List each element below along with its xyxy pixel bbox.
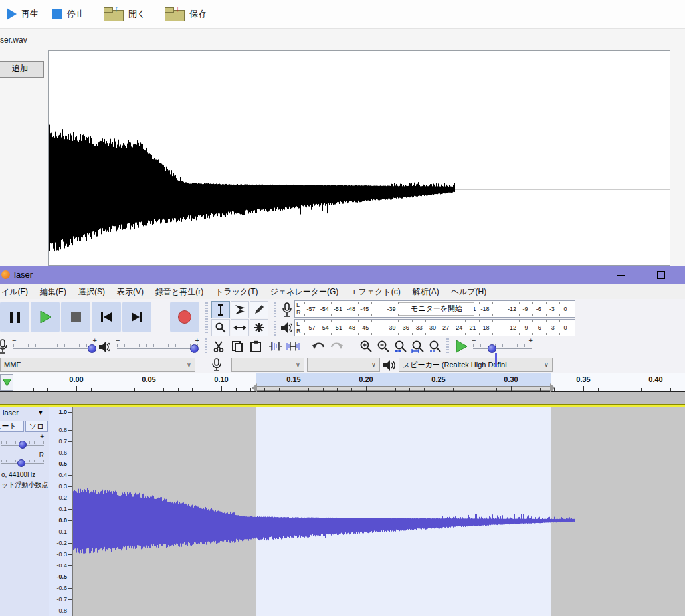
recording-channels-combo[interactable] [307,358,380,372]
zoom-in-button[interactable] [357,338,375,355]
meter-grip[interactable] [274,321,276,336]
timeline-time-label: 0.20 [359,375,373,383]
timeline-options-button[interactable] [0,374,13,391]
menu-item[interactable]: 編集(E) [34,284,72,299]
zoom-tool[interactable] [211,319,230,336]
menu-item[interactable]: イル(F) [0,284,34,299]
pan-slider[interactable]: R [0,453,47,468]
playback-speed-slider[interactable]: −+ [473,338,532,354]
timeline-tick [453,388,454,391]
draw-tool[interactable] [250,301,268,318]
open-button[interactable]: ↑ 開く [97,2,152,26]
ibeam-icon [217,304,225,316]
maximize-button[interactable] [646,266,676,284]
vruler-label: 0.5 [58,461,67,467]
timeline-tick [192,388,193,391]
edit-toolbar-grip[interactable] [205,338,207,354]
vruler-label: 0.4 [58,472,67,478]
record-button[interactable] [170,302,199,332]
menu-item[interactable]: ヘルプ(H) [445,284,493,299]
menu-item[interactable]: 録音と再生(r) [149,284,209,299]
timeline-time-label: 0.00 [69,375,83,383]
copy-button[interactable] [229,338,246,355]
play-at-speed-button[interactable] [452,338,470,355]
waveform-panel[interactable] [48,50,670,266]
zoom-toggle-button[interactable] [427,338,444,355]
menu-item[interactable]: トラック(T) [209,284,264,299]
play-button[interactable]: 再生 [0,2,45,26]
recording-volume-slider[interactable]: −+ [13,338,96,354]
vruler-label: 0.8 [58,427,67,433]
slider-thumb[interactable] [88,344,96,353]
timeshift-tool[interactable] [231,319,249,336]
skip-start-button[interactable] [92,302,121,332]
mute-button[interactable]: ュート [0,421,24,432]
zoom-selection-button[interactable] [392,338,409,355]
silence-audio-button[interactable] [284,338,302,355]
vruler-tick [68,554,72,555]
playback-meter[interactable]: L R -57-54-51-48-45-39-36-33-30-27-24-21… [294,319,575,336]
track-waveform[interactable] [73,407,685,616]
paste-button[interactable] [247,338,264,355]
redo-button[interactable] [328,338,345,355]
menu-item[interactable]: 選択(S) [72,284,111,299]
mixer-edit-row: −+ −+ [0,336,685,357]
menu-item[interactable]: 解析(A) [407,284,445,299]
stop-button[interactable]: 停止 [45,2,91,26]
copy-icon [231,340,243,352]
selection-tool[interactable] [211,301,230,318]
timeline-selection-arrows[interactable] [257,386,550,391]
vertical-ruler[interactable]: 1.00.80.70.60.50.40.30.20.10.0-0.1-0.2-0… [49,407,73,616]
slider-thumb[interactable] [190,344,199,353]
zoom-fit-button[interactable] [409,338,427,355]
device-toolbar: MME スピーカー (Realtek High Defini [0,356,685,374]
titlebar[interactable]: laser [0,266,685,284]
waveform-area[interactable] [73,407,685,616]
pause-button[interactable] [0,302,29,332]
filename-label: ser.wav [0,35,27,45]
zoom-out-button[interactable] [375,338,392,355]
cut-button[interactable] [210,338,227,355]
trim-audio-button[interactable] [267,338,284,355]
gain-slider[interactable]: + [0,434,47,450]
pan-thumb[interactable] [17,459,25,467]
menu-item[interactable]: ジェネレーター(G) [264,284,345,299]
vruler-tick [68,565,72,566]
track-menu-icon[interactable]: ▼ [37,409,44,416]
add-button[interactable]: 追加 [0,61,44,78]
minimize-button[interactable] [606,266,636,284]
audio-track: laser ▼ ュート ソロ + R o, 44100Hz ット浮動小数点 1.… [0,406,685,616]
multi-tool[interactable] [250,319,268,336]
playspeed-grip[interactable] [446,338,449,354]
audio-host-combo[interactable]: MME [0,358,195,372]
minus-label: − [116,336,120,344]
envelope-tool[interactable] [231,301,249,318]
recording-device-combo[interactable] [231,358,304,372]
waveform-display[interactable] [49,51,670,265]
undo-button[interactable] [310,338,327,355]
track-control-panel[interactable]: laser ▼ ュート ソロ + R o, 44100Hz ット浮動小数点 [0,407,49,616]
stop-button[interactable] [61,302,90,332]
slider-thumb[interactable] [488,344,496,353]
solo-button[interactable]: ソロ [25,421,48,432]
vruler-tick [68,520,72,521]
save-button[interactable]: ↓ 保存 [158,2,213,26]
play-button[interactable] [31,302,60,332]
playback-volume-slider[interactable]: −+ [117,338,198,354]
playback-device-combo[interactable]: スピーカー (Realtek High Defini [399,358,553,372]
menu-item[interactable]: エフェクト(c) [344,284,406,299]
timeline-tick [264,388,265,391]
zoom-out-icon [377,340,390,353]
audacity-window: laser イル(F)編集(E)選択(S)表示(V)録音と再生(r)トラック(T… [0,266,685,616]
timeline-time-label: 0.15 [286,375,300,383]
meter-grip[interactable] [274,302,276,317]
timeline-ruler[interactable]: 0.000.050.100.150.200.250.300.350.40 [0,373,685,392]
menu-item[interactable]: 表示(V) [111,284,149,299]
timeline-tick [482,388,482,391]
gain-thumb[interactable] [19,441,27,449]
toolbar-grip[interactable] [205,302,208,333]
timeline-tick [250,388,251,391]
track-name[interactable]: laser [3,409,19,417]
timeline-tick [526,388,526,391]
skip-end-button[interactable] [122,302,151,332]
